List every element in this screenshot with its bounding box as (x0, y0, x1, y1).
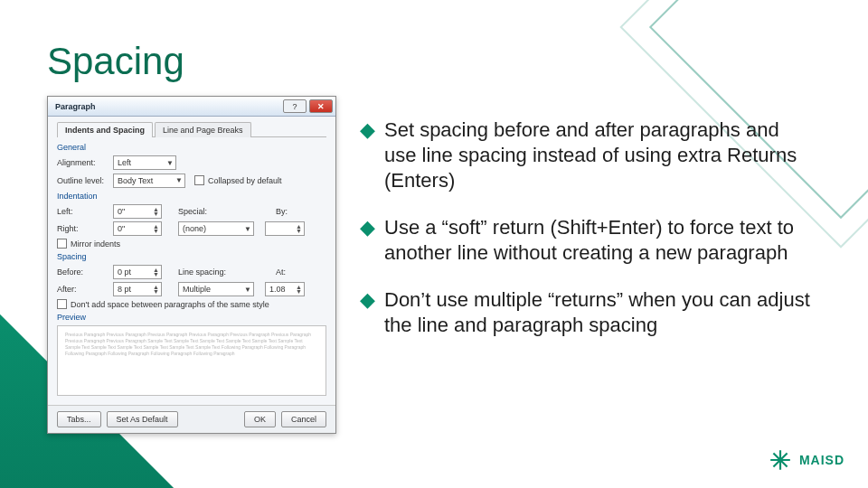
alignment-combo[interactable]: Left▼ (113, 155, 176, 170)
dialog-title: Paragraph (55, 102, 96, 111)
collapse-checkbox[interactable] (194, 175, 204, 185)
before-label: Before: (57, 267, 109, 277)
mirror-label: Mirror indents (71, 239, 120, 249)
bullet-icon: ◆ (360, 287, 375, 338)
left-label: Left: (57, 207, 109, 216)
before-spinner[interactable]: 0 pt▲▼ (113, 265, 162, 279)
no-space-label: Don't add space between paragraphs of th… (71, 300, 269, 309)
alignment-value: Left (118, 158, 131, 167)
tabs-button[interactable]: Tabs... (57, 411, 101, 427)
close-button[interactable]: ✕ (309, 99, 333, 113)
slide-body: ◆ Set spacing before and after paragraph… (360, 117, 810, 360)
right-value: 0" (118, 224, 125, 233)
left-value: 0" (118, 207, 125, 216)
help-button[interactable]: ? (283, 99, 307, 113)
chevron-down-icon: ▼ (244, 225, 251, 233)
logo-text: MAISD (799, 453, 844, 467)
chevron-down-icon: ▼ (244, 286, 251, 294)
preview-box: Previous Paragraph Previous Paragraph Pr… (57, 325, 326, 396)
left-spinner[interactable]: 0"▲▼ (113, 204, 162, 219)
brand-logo: MAISD (769, 448, 844, 472)
bullet-item: ◆ Don’t use multiple “returns” when you … (360, 287, 810, 338)
line-spacing-label: Line spacing: (178, 267, 236, 277)
outline-combo[interactable]: Body Text▼ (113, 174, 185, 188)
section-spacing: Spacing (57, 252, 326, 261)
section-preview: Preview (57, 313, 326, 322)
window-buttons: ? ✕ (283, 99, 333, 113)
right-spinner[interactable]: 0"▲▼ (113, 221, 162, 236)
outline-value: Body Text (118, 176, 153, 185)
after-spinner[interactable]: 8 pt▲▼ (113, 282, 162, 296)
section-indentation: Indentation (57, 192, 326, 201)
line-spacing-combo[interactable]: Multiple▼ (178, 282, 254, 296)
ok-button[interactable]: OK (244, 411, 276, 427)
spinner-arrows-icon: ▲▼ (153, 207, 159, 216)
bullet-icon: ◆ (360, 215, 375, 266)
at-label: At: (276, 267, 299, 277)
right-label: Right: (57, 224, 109, 233)
before-value: 0 pt (118, 267, 131, 277)
paragraph-dialog: Paragraph ? ✕ Indents and Spacing Line a… (47, 96, 336, 434)
alignment-label: Alignment: (57, 158, 109, 167)
mirror-checkbox[interactable] (57, 239, 67, 249)
bullet-text: Use a “soft” return (Shift+Enter) to for… (384, 215, 810, 266)
outline-label: Outline level: (57, 176, 109, 185)
collapse-label: Collapsed by default (208, 176, 282, 185)
bullet-item: ◆ Set spacing before and after paragraph… (360, 117, 810, 193)
bullet-text: Don’t use multiple “returns” when you ca… (384, 287, 810, 338)
spinner-arrows-icon: ▲▼ (153, 224, 159, 233)
bullet-item: ◆ Use a “soft” return (Shift+Enter) to f… (360, 215, 810, 266)
cancel-button[interactable]: Cancel (281, 411, 326, 427)
spinner-arrows-icon: ▲▼ (153, 267, 159, 277)
special-label: Special: (178, 207, 218, 216)
by-spinner[interactable]: ▲▼ (265, 221, 305, 236)
tab-line-page-breaks[interactable]: Line and Page Breaks (155, 122, 251, 137)
spinner-arrows-icon: ▲▼ (296, 224, 302, 233)
after-label: After: (57, 285, 109, 294)
special-combo[interactable]: (none)▼ (178, 221, 254, 236)
by-label: By: (276, 207, 299, 216)
slide-title: Spacing (47, 40, 184, 83)
at-value: 1.08 (269, 285, 286, 294)
set-default-button[interactable]: Set As Default (107, 411, 178, 427)
dialog-tabs: Indents and Spacing Line and Page Breaks (57, 122, 326, 137)
line-spacing-value: Multiple (183, 285, 211, 294)
after-value: 8 pt (118, 285, 131, 294)
special-value: (none) (183, 224, 206, 233)
bullet-icon: ◆ (360, 117, 375, 193)
chevron-down-icon: ▼ (175, 176, 183, 184)
logo-mark-icon (769, 448, 792, 472)
spinner-arrows-icon: ▲▼ (153, 285, 159, 294)
section-general: General (57, 143, 326, 152)
bullet-text: Set spacing before and after paragraphs … (384, 117, 810, 193)
chevron-down-icon: ▼ (166, 159, 174, 167)
at-spinner[interactable]: 1.08▲▼ (265, 282, 305, 296)
no-space-checkbox[interactable] (57, 299, 67, 309)
tab-indents-spacing[interactable]: Indents and Spacing (57, 122, 153, 137)
spinner-arrows-icon: ▲▼ (296, 285, 302, 294)
dialog-titlebar: Paragraph ? ✕ (48, 97, 335, 117)
